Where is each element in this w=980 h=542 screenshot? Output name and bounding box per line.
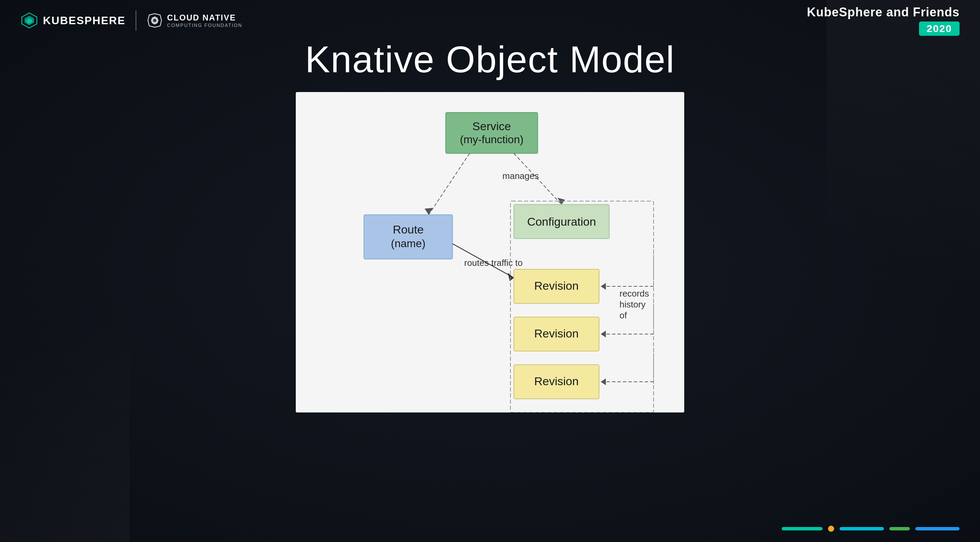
- bg-accent-right: [827, 0, 980, 542]
- svg-rect-13: [364, 215, 452, 259]
- progress-bar: [782, 526, 959, 532]
- kubesphere-label: KUBESPHERE: [43, 14, 126, 27]
- year-badge: 2020: [919, 21, 959, 36]
- cncf-sub-label: COMPUTING FOUNDATION: [167, 22, 242, 28]
- progress-dot: [828, 526, 834, 532]
- event-title: KubeSphere and Friends: [807, 5, 959, 19]
- diagram-container: Service (my-function) manages Route (nam…: [296, 92, 684, 413]
- svg-text:(my-function): (my-function): [460, 133, 524, 145]
- svg-text:history: history: [619, 299, 646, 309]
- header: KUBESPHERE CLOUD NATIVE COMPUTING FOUNDA…: [0, 0, 980, 41]
- svg-marker-10: [425, 208, 433, 215]
- cncf-logo: CLOUD NATIVE COMPUTING FOUNDATION: [146, 12, 242, 29]
- svg-text:Service: Service: [472, 120, 511, 132]
- svg-text:Revision: Revision: [534, 375, 579, 387]
- svg-marker-32: [601, 331, 606, 338]
- svg-line-9: [429, 153, 469, 215]
- progress-segment-3: [889, 527, 910, 531]
- header-logos: KUBESPHERE CLOUD NATIVE COMPUTING FOUNDA…: [21, 10, 242, 31]
- slide-title: Knative Object Model: [0, 38, 980, 81]
- progress-segment-4: [915, 527, 959, 531]
- header-right: KubeSphere and Friends 2020: [807, 5, 959, 36]
- svg-text:Route: Route: [393, 223, 424, 236]
- diagram-svg: Service (my-function) manages Route (nam…: [296, 92, 684, 413]
- svg-text:manages: manages: [503, 171, 539, 181]
- cncf-main-label: CLOUD NATIVE: [167, 13, 242, 22]
- svg-text:Revision: Revision: [534, 279, 579, 292]
- svg-text:Revision: Revision: [534, 327, 579, 340]
- slide-title-container: Knative Object Model: [0, 38, 980, 81]
- cncf-text: CLOUD NATIVE COMPUTING FOUNDATION: [167, 13, 242, 28]
- kubesphere-logo: KUBESPHERE: [21, 11, 126, 29]
- svg-marker-28: [601, 283, 606, 290]
- svg-text:of: of: [619, 310, 627, 320]
- bg-accent-left: [0, 0, 129, 542]
- diagram-inner: Service (my-function) manages Route (nam…: [296, 92, 684, 413]
- cncf-icon: [146, 12, 163, 29]
- progress-segment-2: [840, 527, 884, 531]
- progress-segment-1: [782, 527, 822, 531]
- kubesphere-icon: [21, 11, 38, 29]
- svg-text:Configuration: Configuration: [527, 215, 596, 228]
- svg-text:records: records: [619, 289, 649, 299]
- header-divider: [135, 10, 136, 31]
- svg-rect-5: [446, 113, 538, 153]
- svg-text:(name): (name): [391, 237, 425, 250]
- svg-marker-36: [601, 378, 606, 385]
- svg-point-4: [153, 19, 156, 22]
